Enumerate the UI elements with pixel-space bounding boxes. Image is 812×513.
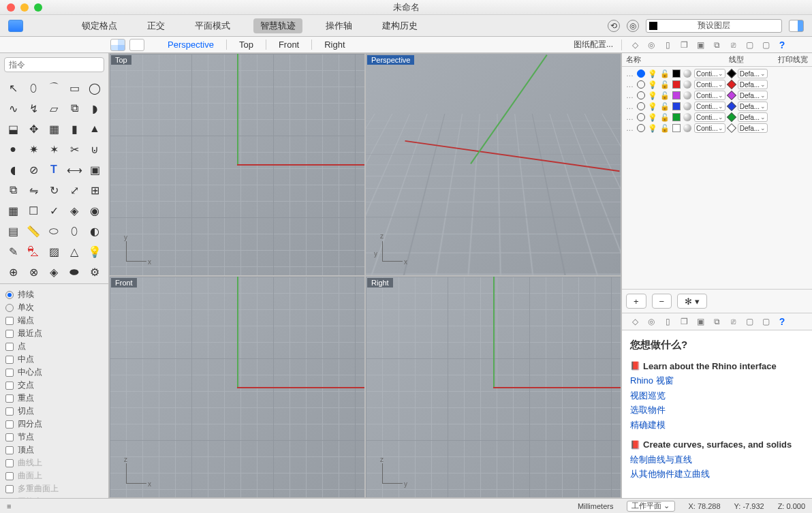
viewport-front[interactable]: Front xz	[110, 277, 364, 498]
scale-icon[interactable]: ⤢	[65, 181, 83, 199]
camera-icon[interactable]: ▣	[694, 40, 706, 50]
rotate-icon[interactable]: ↻	[45, 181, 63, 199]
linetype-dropdown[interactable]: Conti...	[694, 112, 725, 122]
document-icon[interactable]: ▯	[661, 316, 674, 327]
circle-icon[interactable]: ◯	[86, 79, 104, 97]
osnap-mid[interactable]: 中点	[5, 353, 103, 366]
help-link-precision[interactable]: 精确建模	[630, 418, 804, 432]
minimize-icon[interactable]	[20, 3, 29, 12]
move-icon[interactable]: ✥	[25, 120, 42, 138]
layer-row[interactable]: … 💡 🔓 Conti... Defa...	[622, 68, 812, 79]
panel-toggle-icon[interactable]	[789, 20, 804, 32]
viewport-right[interactable]: Right yz	[366, 277, 621, 498]
mirror-icon[interactable]: ⇋	[25, 181, 42, 199]
materials-icon[interactable]: ⧉	[710, 316, 723, 327]
cylinder-icon[interactable]: ▮	[65, 120, 83, 138]
lasso-icon[interactable]: ⬯	[25, 79, 42, 97]
layout-config-link[interactable]: 图纸配置...	[574, 39, 613, 50]
help-link-drawcurve[interactable]: 绘制曲线与直线	[630, 453, 804, 467]
layer-row[interactable]: … 💡 🔓 Conti... Defa...	[622, 79, 812, 90]
layer-row[interactable]: … 💡 🔓 Conti... Defa...	[622, 101, 812, 112]
print-color-icon[interactable]	[727, 123, 736, 133]
aid-gumball[interactable]: 操作轴	[319, 18, 359, 33]
tool38-icon[interactable]: ⬭	[45, 222, 63, 240]
print-color-icon[interactable]	[727, 80, 736, 89]
extrude-icon[interactable]: ⬓	[4, 120, 22, 138]
pointer-icon[interactable]: ↖	[4, 79, 22, 97]
help-icon[interactable]: ?	[776, 40, 788, 50]
check-icon[interactable]: ✓	[45, 202, 63, 219]
color-swatch[interactable]	[672, 102, 681, 110]
color-swatch[interactable]	[672, 80, 681, 89]
visibility-icon[interactable]: 💡	[648, 80, 657, 89]
tool48-icon[interactable]: ◈	[45, 263, 63, 281]
layer-selector[interactable]: 预设图层	[646, 19, 782, 33]
current-layer-icon[interactable]	[637, 91, 645, 99]
viewport-perspective[interactable]: Perspective xzy	[366, 54, 621, 275]
surface-icon[interactable]: ▱	[45, 99, 63, 117]
help-link-window[interactable]: Rhino 视窗	[630, 374, 804, 388]
osnap-knot[interactable]: 节点	[5, 431, 103, 444]
aid-ortho[interactable]: 正交	[140, 18, 172, 33]
material-icon[interactable]	[683, 124, 691, 132]
box-icon[interactable]: ❐	[678, 316, 690, 327]
grid-icon[interactable]: ▦	[4, 202, 22, 219]
record-icon[interactable]: ⟲	[608, 20, 620, 32]
linetype-dropdown[interactable]: Conti...	[694, 123, 725, 133]
tool50-icon[interactable]: ⚙	[86, 263, 104, 281]
material-icon[interactable]	[683, 69, 691, 78]
sphere-icon[interactable]: ●	[4, 140, 22, 158]
trim-icon[interactable]: ✂	[65, 140, 83, 158]
visibility-icon[interactable]: 💡	[648, 91, 657, 100]
aid-planar[interactable]: 平面模式	[188, 18, 237, 33]
printwidth-dropdown[interactable]: Defa...	[738, 102, 768, 111]
osnap-end[interactable]: 端点	[5, 314, 103, 327]
units-label[interactable]: Millimeters	[578, 502, 614, 510]
text-icon[interactable]: T	[45, 161, 63, 178]
document-icon[interactable]: ▯	[661, 40, 674, 50]
screen2-icon[interactable]: ▢	[760, 316, 772, 327]
osnap-point[interactable]: 点	[5, 340, 103, 353]
color-swatch[interactable]	[672, 91, 681, 99]
printwidth-dropdown[interactable]: Defa...	[738, 91, 768, 100]
camera-icon[interactable]: ▣	[694, 316, 706, 327]
tool43-icon[interactable]: ▨	[45, 243, 63, 260]
color-swatch[interactable]	[672, 113, 681, 121]
color-swatch[interactable]	[672, 69, 681, 78]
tab-front[interactable]: Front	[266, 40, 311, 50]
cone-icon[interactable]: ▲	[86, 120, 104, 138]
linetype-dropdown[interactable]: Conti...	[694, 69, 725, 78]
aid-history[interactable]: 建构历史	[375, 18, 424, 33]
material-icon[interactable]	[683, 113, 691, 121]
current-layer-icon[interactable]	[637, 80, 645, 89]
mesh-icon[interactable]: ◈	[65, 202, 83, 219]
tool44-icon[interactable]: △	[65, 243, 83, 260]
curve-icon[interactable]: ∿	[4, 99, 22, 117]
layer-row[interactable]: … 💡 🔓 Conti... Defa...	[622, 90, 812, 101]
sun-icon[interactable]: ◎	[645, 40, 657, 50]
layer-row[interactable]: … 💡 🔓 Conti... Defa...	[622, 123, 812, 134]
current-layer-icon[interactable]	[637, 113, 645, 121]
lock-icon[interactable]: 🔓	[660, 102, 670, 111]
visibility-icon[interactable]: 💡	[648, 102, 657, 111]
hatch-icon[interactable]: ▤	[4, 222, 22, 240]
box-solid-icon[interactable]: ▦	[45, 120, 63, 138]
help-link-navigate[interactable]: 视图巡览	[630, 389, 804, 403]
tab-perspective[interactable]: Perspective	[155, 40, 226, 50]
rect-icon[interactable]: ▭	[65, 79, 83, 97]
material-icon[interactable]	[683, 80, 691, 89]
measure-icon[interactable]: 📏	[25, 222, 42, 240]
tab-top[interactable]: Top	[226, 40, 266, 50]
join-icon[interactable]: ⊍	[86, 140, 104, 158]
current-layer-icon[interactable]	[637, 124, 645, 132]
explode-icon[interactable]: ✶	[45, 140, 63, 158]
command-input[interactable]	[4, 57, 104, 72]
osnap-persistent[interactable]: 持续	[5, 288, 103, 301]
copy-icon[interactable]: ⧉	[4, 181, 22, 199]
aid-smarttrack[interactable]: 智慧轨迹	[253, 18, 302, 33]
visibility-icon[interactable]: 💡	[648, 124, 657, 133]
select-icon[interactable]: ☐	[25, 202, 42, 219]
tool40-icon[interactable]: ◐	[86, 222, 104, 240]
lock-icon[interactable]: 🔓	[660, 91, 670, 100]
tool46-icon[interactable]: ⊕	[4, 263, 22, 281]
